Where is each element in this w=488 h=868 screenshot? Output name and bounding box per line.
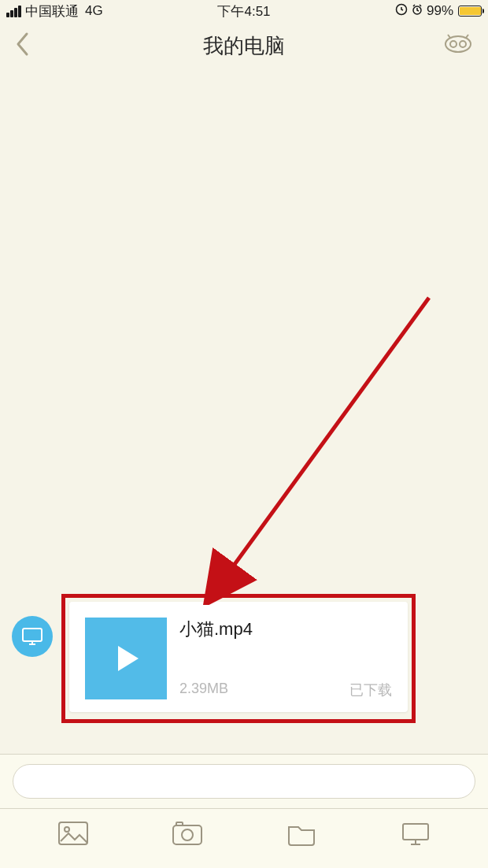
image-picker-button[interactable] [57, 821, 89, 849]
message-input-bar [0, 754, 488, 809]
svg-line-6 [216, 298, 429, 589]
status-left: 中国联通 4G [6, 2, 103, 20]
play-icon [109, 641, 143, 676]
svg-rect-12 [403, 824, 428, 840]
message-text-input[interactable] [13, 764, 475, 799]
download-status: 已下载 [349, 681, 392, 699]
image-icon [57, 821, 89, 846]
battery-icon [458, 6, 482, 17]
status-bar: 中国联通 4G 下午4:51 99% [0, 0, 488, 22]
file-message-card[interactable]: 小猫.mp4 2.39MB 已下载 [69, 602, 408, 712]
folder-button[interactable] [286, 821, 317, 849]
network-label: 4G [85, 3, 103, 19]
lock-rotation-icon [395, 3, 408, 20]
menu-button[interactable] [442, 32, 474, 59]
status-right: 99% [395, 3, 482, 20]
svg-point-2 [445, 36, 471, 52]
file-info: 小猫.mp4 2.39MB 已下载 [179, 618, 392, 699]
back-button[interactable] [14, 31, 31, 61]
svg-rect-9 [173, 825, 201, 844]
annotation-arrow [193, 290, 445, 605]
carrier-label: 中国联通 [25, 2, 79, 20]
svg-rect-5 [23, 629, 42, 641]
svg-rect-7 [59, 822, 87, 844]
video-thumbnail [85, 618, 167, 699]
battery-pct: 99% [427, 3, 453, 19]
folder-icon [286, 821, 317, 846]
file-size: 2.39MB [179, 681, 228, 699]
camera-button[interactable] [172, 821, 203, 849]
signal-icon [6, 6, 21, 17]
svg-point-8 [65, 827, 69, 832]
camera-icon [172, 821, 203, 846]
bottom-toolbar [0, 809, 488, 868]
svg-point-10 [182, 829, 193, 840]
nav-bar: 我的电脑 [0, 22, 488, 69]
computer-button[interactable] [400, 821, 431, 849]
svg-point-3 [450, 41, 457, 47]
page-title: 我的电脑 [203, 32, 285, 60]
svg-point-4 [460, 41, 466, 47]
sender-avatar[interactable] [12, 616, 53, 657]
file-name: 小猫.mp4 [179, 618, 392, 641]
computer-icon [400, 821, 431, 846]
svg-rect-11 [176, 822, 183, 825]
chat-content: 小猫.mp4 2.39MB 已下载 [0, 69, 488, 754]
clock: 下午4:51 [217, 2, 270, 20]
computer-monitor-icon [21, 627, 43, 646]
alarm-icon [411, 3, 423, 20]
